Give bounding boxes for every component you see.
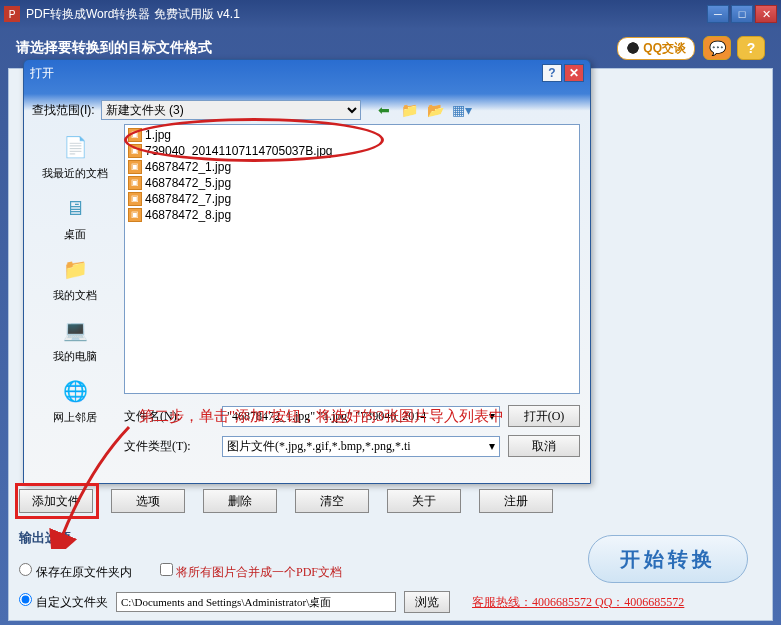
back-icon[interactable]: ⬅ <box>375 101 393 119</box>
about-button[interactable]: 关于 <box>387 489 461 513</box>
qq-penguin-icon <box>626 41 640 55</box>
place-mycomputer[interactable]: 💻我的电脑 <box>35 313 115 364</box>
file-item[interactable]: ▣46878472_8.jpg <box>127 207 577 223</box>
add-file-button[interactable]: 添加文件 <box>19 489 93 513</box>
up-folder-icon[interactable]: 📁 <box>401 101 419 119</box>
close-button[interactable]: ✕ <box>755 5 777 23</box>
image-file-icon: ▣ <box>128 160 142 174</box>
dialog-close-button[interactable]: ✕ <box>564 64 584 82</box>
lookup-row: 查找范围(I): 新建文件夹 (3) ⬅ 📁 📂 ▦▾ <box>24 96 590 124</box>
image-file-icon: ▣ <box>128 128 142 142</box>
image-file-icon: ▣ <box>128 144 142 158</box>
place-desktop[interactable]: 🖥桌面 <box>35 191 115 242</box>
view-menu-icon[interactable]: ▦▾ <box>453 101 471 119</box>
filetype-select[interactable]: 图片文件(*.jpg,*.gif,*.bmp,*.png,*.ti▾ <box>222 436 500 457</box>
merge-pdf-checkbox[interactable]: 将所有图片合并成一个PDF文档 <box>160 563 342 581</box>
help-icon[interactable]: ? <box>737 36 765 60</box>
options-button[interactable]: 选项 <box>111 489 185 513</box>
file-item[interactable]: ▣739040_20141107114705037B.jpg <box>127 143 577 159</box>
browse-button[interactable]: 浏览 <box>404 591 450 613</box>
new-folder-icon[interactable]: 📂 <box>427 101 445 119</box>
open-button[interactable]: 打开(O) <box>508 405 580 427</box>
start-convert-button[interactable]: 开始转换 <box>588 535 748 583</box>
clear-button[interactable]: 清空 <box>295 489 369 513</box>
file-item[interactable]: ▣46878472_1.jpg <box>127 159 577 175</box>
file-item[interactable]: ▣1.jpg <box>127 127 577 143</box>
dialog-title: 打开 <box>30 65 54 82</box>
places-bar: 📄我最近的文档 🖥桌面 📁我的文档 💻我的电脑 🌐网上邻居 <box>30 126 120 451</box>
subtitle: 请选择要转换到的目标文件格式 <box>16 39 212 57</box>
filename-section: 文件名(N): "46878472_1.jpg" "1.jpg" "739040… <box>124 405 580 465</box>
maximize-button[interactable]: □ <box>731 5 753 23</box>
filename-input[interactable]: "46878472_1.jpg" "1.jpg" "739040_2014▾ <box>222 406 500 427</box>
folder-select[interactable]: 新建文件夹 (3) <box>101 100 361 120</box>
file-item[interactable]: ▣46878472_7.jpg <box>127 191 577 207</box>
place-mydocs[interactable]: 📁我的文档 <box>35 252 115 303</box>
register-button[interactable]: 注册 <box>479 489 553 513</box>
cancel-button[interactable]: 取消 <box>508 435 580 457</box>
toolbar: 添加文件 选项 删除 清空 关于 注册 <box>19 489 553 513</box>
open-file-dialog: 打开 ? ✕ 查找范围(I): 新建文件夹 (3) ⬅ 📁 📂 ▦▾ 📄我最近的 <box>23 59 591 484</box>
save-same-folder-radio[interactable]: 保存在原文件夹内 <box>19 563 132 581</box>
main-panel: 打开 ? ✕ 查找范围(I): 新建文件夹 (3) ⬅ 📁 📂 ▦▾ 📄我最近的 <box>8 68 773 621</box>
filetype-label: 文件类型(T): <box>124 438 214 455</box>
filename-label: 文件名(N): <box>124 408 214 425</box>
custom-folder-radio[interactable]: 自定义文件夹 <box>19 593 108 611</box>
file-list[interactable]: ▣1.jpg ▣739040_20141107114705037B.jpg ▣4… <box>124 124 580 394</box>
window-title: PDF转换成Word转换器 免费试用版 v4.1 <box>26 6 707 23</box>
lookup-label: 查找范围(I): <box>32 102 95 119</box>
output-path-input[interactable] <box>116 592 396 612</box>
hotline-link[interactable]: 客服热线：4006685572 QQ：4006685572 <box>472 594 684 611</box>
qq-chat-badge[interactable]: QQ交谈 <box>617 37 695 60</box>
delete-button[interactable]: 删除 <box>203 489 277 513</box>
dialog-titlebar: 打开 ? ✕ <box>24 60 590 86</box>
image-file-icon: ▣ <box>128 176 142 190</box>
place-recent[interactable]: 📄我最近的文档 <box>35 130 115 181</box>
minimize-button[interactable]: ─ <box>707 5 729 23</box>
dialog-help-button[interactable]: ? <box>542 64 562 82</box>
app-icon: P <box>4 6 20 22</box>
app-window: P PDF转换成Word转换器 免费试用版 v4.1 ─ □ ✕ 请选择要转换到… <box>0 0 781 625</box>
image-file-icon: ▣ <box>128 208 142 222</box>
image-file-icon: ▣ <box>128 192 142 206</box>
file-item[interactable]: ▣46878472_5.jpg <box>127 175 577 191</box>
titlebar: P PDF转换成Word转换器 免费试用版 v4.1 ─ □ ✕ <box>0 0 781 28</box>
place-network[interactable]: 🌐网上邻居 <box>35 374 115 425</box>
chat-icon[interactable]: 💬 <box>703 36 731 60</box>
